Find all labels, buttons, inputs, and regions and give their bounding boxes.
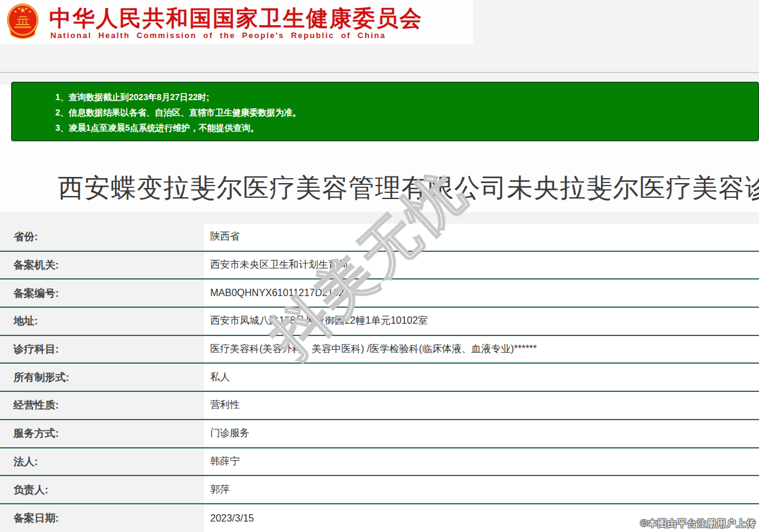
field-label: 服务方式: — [0, 420, 204, 447]
field-label: 备案编号: — [0, 280, 204, 307]
notice-line-3: 3、凌晨1点至凌晨5点系统进行维护，不能提供查询。 — [55, 120, 752, 136]
title-section: 西安蝶变拉斐尔医疗美容管理有限公司未央拉斐尔医疗美容诊所 — [0, 141, 759, 212]
field-label: 省份: — [0, 224, 204, 251]
field-label: 法人: — [0, 448, 204, 475]
table-row-business-nature: 经营性质: 营利性 — [0, 392, 759, 420]
field-value: 韩薛宁 — [204, 448, 759, 475]
table-row-person-in-charge: 负责人: 郭萍 — [0, 476, 759, 504]
field-value: 西安市未央区卫生和计划生育局 — [204, 252, 759, 279]
field-label: 备案机关: — [0, 252, 204, 279]
table-row-legal-person: 法人: 韩薛宁 — [0, 448, 759, 477]
table-row-filing-number: 备案编号: MAB0QHNYX61011217D2162 — [0, 280, 759, 308]
field-label: 负责人: — [0, 476, 204, 503]
notice-line-1: 1、查询数据截止到2023年8月27日22时; — [55, 90, 752, 105]
field-label: 诊疗科目: — [0, 336, 204, 363]
field-value: 门诊服务 — [204, 420, 759, 447]
health-commission-query-page: 中华人民共和国国家卫生健康委员会 National Health Commiss… — [0, 0, 759, 532]
org-title-chinese: 中华人民共和国国家卫生健康委员会 — [49, 4, 423, 34]
field-value: 营利性 — [204, 392, 759, 419]
horizontal-divider — [0, 72, 759, 73]
table-row-ownership: 所有制形式: 私人 — [0, 364, 759, 392]
record-detail-table: 省份: 陕西省 备案机关: 西安市未央区卫生和计划生育局 备案编号: MAB0Q… — [0, 224, 759, 532]
field-value: 2023/3/15 — [204, 504, 759, 532]
table-row-filing-date: 备案日期: 2023/3/15 — [0, 504, 759, 532]
table-row-service-mode: 服务方式: 门诊服务 — [0, 420, 759, 448]
table-row-province: 省份: 陕西省 — [0, 224, 759, 252]
org-title-english: National Health Commission of the People… — [50, 31, 386, 40]
field-value: 私人 — [204, 364, 759, 391]
notice-line-2: 2、信息数据结果以各省、自治区、直辖市卫生健康委数据为准。 — [55, 105, 752, 120]
table-row-address: 地址: 西安市凤城八路158号风景御园22幢1单元10102室 — [0, 308, 759, 336]
institution-name-title: 西安蝶变拉斐尔医疗美容管理有限公司未央拉斐尔医疗美容诊所 — [58, 171, 759, 205]
table-row-medical-subjects: 诊疗科目: 医疗美容科(美容外科、美容中医科) /医学检验科(临床体液、血液专业… — [0, 336, 759, 364]
query-notice-box: 1、查询数据截止到2023年8月27日22时; 2、信息数据结果以各省、自治区、… — [11, 82, 759, 141]
field-value: 陕西省 — [204, 224, 759, 251]
field-value: MAB0QHNYX61011217D2162 — [204, 280, 759, 307]
field-value: 西安市凤城八路158号风景御园22幢1单元10102室 — [204, 308, 759, 335]
site-header-banner: 中华人民共和国国家卫生健康委员会 National Health Commiss… — [0, 0, 473, 44]
field-label: 备案日期: — [0, 504, 204, 532]
table-row-filing-authority: 备案机关: 西安市未央区卫生和计划生育局 — [0, 252, 759, 280]
field-label: 所有制形式: — [0, 364, 204, 391]
field-label: 经营性质: — [0, 392, 204, 419]
national-emblem-icon — [5, 2, 41, 42]
field-label: 地址: — [0, 308, 204, 335]
field-value: 医疗美容科(美容外科、美容中医科) /医学检验科(临床体液、血液专业)*****… — [204, 336, 759, 363]
field-value: 郭萍 — [204, 476, 759, 503]
